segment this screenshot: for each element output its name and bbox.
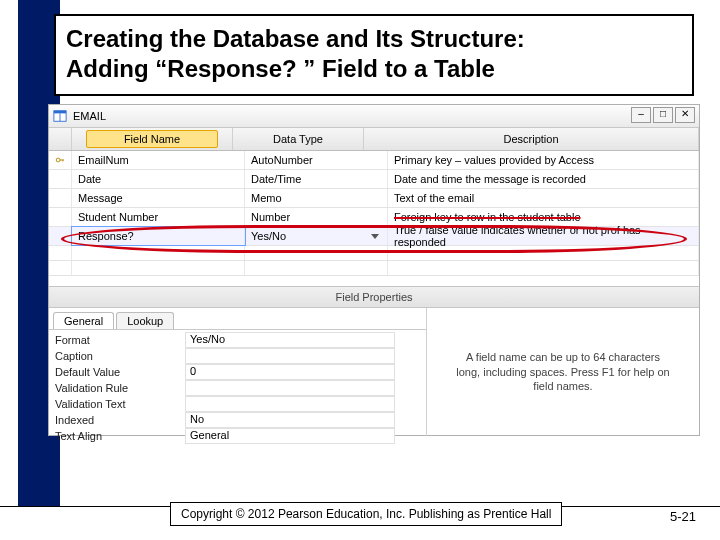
data-type-header[interactable]: Data Type [233,128,364,150]
primary-key-cell[interactable] [49,151,72,169]
field-row[interactable]: EmailNum AutoNumber Primary key – values… [49,151,699,170]
property-row[interactable]: Text AlignGeneral [55,428,426,444]
tab-general[interactable]: General [53,312,114,329]
property-label: Default Value [55,366,185,378]
window-titlebar[interactable]: EMAIL – □ ✕ [49,105,699,128]
table-design-window: EMAIL – □ ✕ Field Name Data Type Descrip… [48,104,700,436]
key-icon [55,155,65,165]
data-type-cell[interactable]: AutoNumber [245,151,388,169]
field-properties-header: Field Properties [49,286,699,308]
property-value[interactable] [185,380,395,396]
page-number: 5-21 [670,509,696,524]
row-selector-header [49,128,72,150]
property-label: Validation Text [55,398,185,410]
row-selector-cell[interactable] [49,189,72,207]
field-properties-pane: General Lookup FormatYes/No Caption Defa… [49,308,699,436]
description-header[interactable]: Description [364,128,699,150]
field-rows: EmailNum AutoNumber Primary key – values… [49,151,699,276]
field-row[interactable]: Message Memo Text of the email [49,189,699,208]
window-title: EMAIL [73,110,106,122]
description-cell[interactable]: Primary key – values provided by Access [388,151,699,169]
svg-rect-1 [54,111,66,114]
maximize-button[interactable]: □ [653,107,673,123]
field-name-cell[interactable]: Message [72,189,245,207]
property-row[interactable]: Caption [55,348,426,364]
property-row[interactable]: IndexedNo [55,412,426,428]
property-label: Validation Rule [55,382,185,394]
description-cell[interactable]: True / false value indicates whether or … [388,227,699,245]
data-type-cell[interactable]: Yes/No [245,227,388,245]
help-text: A field name can be up to 64 characters … [455,350,671,395]
column-header-row: Field Name Data Type Description [49,128,699,151]
title-line-1: Creating the Database and Its Structure: [66,25,525,52]
property-row[interactable]: Validation Rule [55,380,426,396]
data-type-cell[interactable]: Date/Time [245,170,388,188]
svg-point-3 [56,158,60,162]
copyright-box: Copyright © 2012 Pearson Education, Inc.… [170,502,562,526]
field-row-active[interactable]: Response? Yes/No True / false value indi… [49,227,699,246]
property-value[interactable] [185,348,395,364]
property-row[interactable]: Validation Text [55,396,426,412]
property-value[interactable] [185,396,395,412]
slide-title: Creating the Database and Its Structure:… [66,24,682,84]
empty-row[interactable] [49,261,699,276]
property-row[interactable]: FormatYes/No [55,332,426,348]
property-value[interactable]: General [185,428,395,444]
property-label: Format [55,334,185,346]
property-label: Caption [55,350,185,362]
field-name-cell[interactable]: Response? [72,227,245,245]
slide-title-box: Creating the Database and Its Structure:… [54,14,694,96]
empty-row[interactable] [49,246,699,261]
description-cell[interactable]: Date and time the message is recorded [388,170,699,188]
property-value[interactable]: 0 [185,364,395,380]
close-button[interactable]: ✕ [675,107,695,123]
screenshot-figure: EMAIL – □ ✕ Field Name Data Type Descrip… [48,104,698,434]
property-label: Indexed [55,414,185,426]
properties-grid: General Lookup FormatYes/No Caption Defa… [49,308,427,436]
property-tabs: General Lookup [49,308,426,330]
description-cell[interactable]: Text of the email [388,189,699,207]
field-row[interactable]: Date Date/Time Date and time the message… [49,170,699,189]
property-value[interactable]: Yes/No [185,332,395,348]
field-name-header[interactable]: Field Name [72,128,233,150]
data-type-cell[interactable]: Number [245,208,388,226]
field-name-cell[interactable]: Student Number [72,208,245,226]
row-selector-cell[interactable] [49,208,72,226]
field-name-cell[interactable]: Date [72,170,245,188]
copyright-text: Copyright © 2012 Pearson Education, Inc.… [181,507,551,521]
property-row[interactable]: Default Value0 [55,364,426,380]
help-text-pane: A field name can be up to 64 characters … [427,308,699,436]
row-selector-cell[interactable] [49,170,72,188]
svg-rect-5 [63,160,64,162]
field-name-cell[interactable]: EmailNum [72,151,245,169]
minimize-button[interactable]: – [631,107,651,123]
data-type-cell[interactable]: Memo [245,189,388,207]
chevron-down-icon[interactable] [371,234,379,239]
property-value[interactable]: No [185,412,395,428]
title-line-2: Adding “Response? ” Field to a Table [66,55,495,82]
tab-lookup[interactable]: Lookup [116,312,174,329]
property-label: Text Align [55,430,185,442]
table-icon [53,109,67,123]
row-selector-cell[interactable] [49,227,72,245]
